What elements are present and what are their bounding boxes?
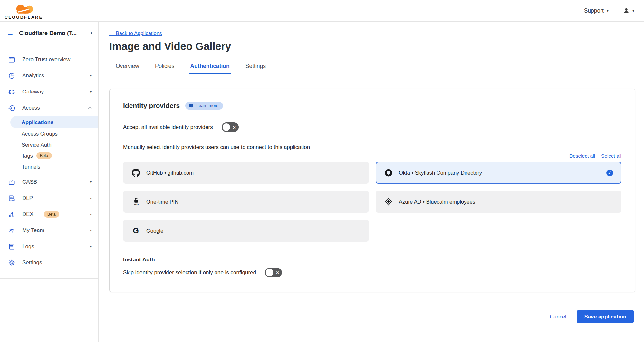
tab-policies[interactable]: Policies — [154, 60, 175, 74]
okta-icon — [384, 169, 393, 177]
cancel-button[interactable]: Cancel — [550, 314, 566, 320]
book-icon — [189, 104, 194, 108]
tab-overview[interactable]: Overview — [115, 60, 140, 74]
support-label: Support — [584, 7, 604, 14]
sidebar-nav: Zero Trust overview Analytics ▾ Gateway … — [0, 45, 98, 271]
sidebar-item-analytics[interactable]: Analytics ▾ — [0, 68, 98, 84]
provider-label: GitHub • github.com — [146, 170, 194, 176]
document-lock-icon — [8, 195, 15, 202]
accept-all-toggle[interactable]: ✕ — [222, 122, 239, 132]
cloudflare-logo: CLOUDFLARE — [5, 2, 43, 20]
access-login-icon — [8, 104, 15, 112]
chevron-down-icon: ▾ — [632, 8, 634, 13]
one-time-pin-lock-icon: **** — [131, 197, 140, 206]
card-heading: Identity providers — [123, 102, 180, 110]
toggle-off-icon: ✕ — [276, 270, 279, 275]
provider-tile-azure-ad[interactable]: Azure AD • Bluecalm employees — [376, 191, 621, 213]
provider-tile-github[interactable]: GitHub • github.com — [123, 162, 369, 184]
provider-label: One-time PIN — [146, 199, 178, 205]
beta-badge: Beta — [36, 152, 52, 159]
account-expand-icon[interactable]: ‣ — [90, 30, 93, 36]
gear-icon — [8, 259, 15, 267]
instant-auth-toggle[interactable]: ✕ — [265, 268, 282, 277]
chevron-down-icon: ▾ — [90, 228, 92, 233]
sidebar-item-service-auth[interactable]: Service Auth — [0, 139, 98, 150]
provider-tile-okta[interactable]: Okta • Skyflash Company Directory ✓ — [376, 162, 621, 184]
sidebar-account-header: ← Cloudflare Demo (T... ‣ — [0, 22, 98, 45]
sidebar-divider — [0, 278, 98, 279]
accept-all-label: Accept all available identity providers — [123, 124, 213, 131]
beta-badge: Beta — [44, 211, 59, 218]
identity-providers-card: Identity providers Learn more Accept all… — [109, 89, 635, 292]
sidebar-item-gateway[interactable]: Gateway ▾ — [0, 84, 98, 100]
toggle-knob — [223, 123, 230, 131]
deselect-all-link[interactable]: Deselect all — [569, 153, 595, 159]
user-menu[interactable]: ▾ — [623, 7, 634, 14]
brand-wordmark: CLOUDFLARE — [5, 15, 43, 20]
provider-grid: GitHub • github.com Okta • Skyflash Comp… — [123, 162, 621, 242]
sidebar: ← Cloudflare Demo (T... ‣ Zero Trust ove… — [0, 22, 99, 342]
sidebar-item-casb[interactable]: CASB ▾ — [0, 174, 98, 190]
sidebar-item-access[interactable]: Access — [0, 100, 98, 116]
account-name: Cloudflare Demo (T... — [19, 30, 85, 37]
select-all-link[interactable]: Select all — [601, 153, 621, 159]
sidebar-item-tunnels[interactable]: Tunnels — [0, 161, 98, 172]
casb-box-check-icon — [8, 179, 15, 186]
tab-settings[interactable]: Settings — [245, 60, 267, 74]
sidebar-item-my-team[interactable]: My Team ▾ — [0, 222, 98, 239]
provider-tile-google[interactable]: G Google — [123, 220, 369, 242]
provider-label: Azure AD • Bluecalm employees — [399, 199, 475, 205]
chevron-down-icon: ▾ — [90, 244, 92, 249]
provider-label: Google — [146, 228, 163, 234]
pie-chart-icon — [8, 72, 15, 80]
sidebar-item-tags[interactable]: Tags Beta — [0, 150, 98, 161]
gateway-icon — [8, 88, 15, 96]
back-to-applications-link[interactable]: ← Back to Applications — [109, 31, 162, 36]
chevron-down-icon: ▾ — [90, 90, 92, 94]
provider-tile-one-time-pin[interactable]: **** One-time PIN — [123, 191, 369, 213]
sidebar-item-applications[interactable]: Applications — [10, 116, 98, 128]
support-menu[interactable]: Support ▾ — [584, 7, 609, 14]
google-icon: G — [131, 227, 140, 235]
top-bar: CLOUDFLARE Support ▾ ▾ — [0, 0, 644, 22]
log-list-icon — [8, 243, 15, 250]
chevron-down-icon: ▾ — [90, 73, 92, 78]
back-arrow-icon[interactable]: ← — [6, 30, 14, 37]
browser-window-icon — [8, 56, 15, 64]
main-content: ← Back to Applications Image and Video G… — [99, 22, 644, 342]
access-subnav: Applications Access Groups Service Auth … — [0, 116, 98, 172]
chevron-down-icon: ▾ — [607, 8, 609, 13]
sidebar-item-access-groups[interactable]: Access Groups — [0, 128, 98, 139]
chevron-up-icon — [88, 107, 92, 109]
svg-text:****: **** — [134, 203, 139, 206]
toggle-off-icon: ✕ — [233, 125, 236, 129]
chevron-down-icon: ▾ — [90, 212, 92, 217]
tab-bar: Overview Policies Authentication Setting… — [109, 60, 635, 74]
provider-label: Okta • Skyflash Company Directory — [399, 170, 482, 176]
azure-ad-icon — [384, 198, 393, 206]
manual-select-text: Manually select identity providers users… — [123, 144, 621, 151]
network-cluster-icon — [8, 211, 15, 218]
cloudflare-cloud-icon — [10, 3, 38, 15]
sidebar-item-dex[interactable]: DEX Beta ▾ — [0, 206, 98, 222]
sidebar-item-zero-trust-overview[interactable]: Zero Trust overview — [0, 52, 98, 68]
toggle-knob — [266, 269, 273, 276]
selected-check-icon: ✓ — [606, 170, 613, 176]
save-application-button[interactable]: Save application — [577, 310, 634, 323]
github-icon — [131, 169, 140, 177]
people-group-icon — [8, 227, 15, 234]
sidebar-item-dlp[interactable]: DLP ▾ — [0, 190, 98, 206]
chevron-down-icon: ▾ — [90, 196, 92, 200]
page-title: Image and Video Gallery — [109, 40, 635, 53]
user-icon — [623, 7, 630, 14]
sidebar-item-logs[interactable]: Logs ▾ — [0, 239, 98, 255]
sidebar-item-settings[interactable]: Settings — [0, 255, 98, 271]
footer-actions: Cancel Save application — [109, 306, 635, 323]
skip-selection-label: Skip identity provider selection if only… — [123, 269, 256, 276]
instant-auth-heading: Instant Auth — [123, 257, 621, 263]
learn-more-button[interactable]: Learn more — [185, 102, 223, 110]
chevron-down-icon: ▾ — [90, 180, 92, 184]
tab-authentication[interactable]: Authentication — [189, 60, 231, 74]
